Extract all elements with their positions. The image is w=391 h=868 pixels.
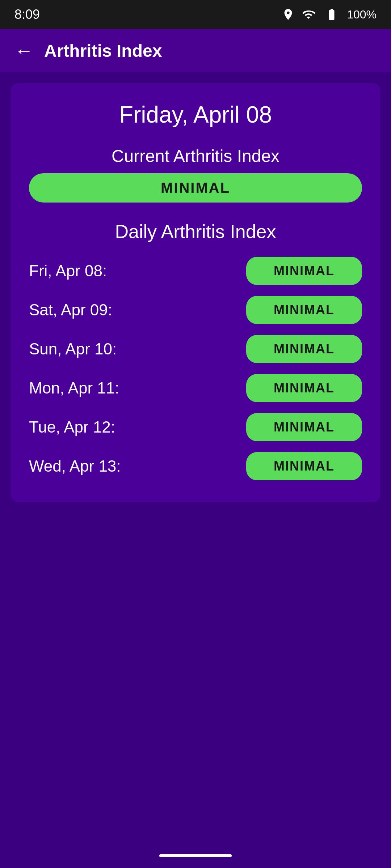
main-content: Friday, April 08 Current Arthritis Index… bbox=[0, 72, 391, 513]
daily-list: Fri, Apr 08: MINIMAL Sat, Apr 09: MINIMA… bbox=[29, 257, 362, 480]
daily-row: Sun, Apr 10: MINIMAL bbox=[29, 335, 362, 363]
daily-row: Mon, Apr 11: MINIMAL bbox=[29, 374, 362, 402]
daily-row: Wed, Apr 13: MINIMAL bbox=[29, 452, 362, 480]
battery-percentage: 100% bbox=[347, 8, 377, 21]
current-index-title: Current Arthritis Index bbox=[29, 146, 362, 166]
daily-row-value: MINIMAL bbox=[274, 302, 335, 317]
daily-row-label: Sat, Apr 09: bbox=[29, 301, 112, 319]
daily-row-badge: MINIMAL bbox=[246, 257, 362, 285]
current-index-badge: MINIMAL bbox=[29, 173, 362, 203]
daily-row: Sat, Apr 09: MINIMAL bbox=[29, 296, 362, 324]
home-indicator bbox=[159, 854, 232, 857]
status-bar: 8:09 100% bbox=[0, 0, 391, 29]
status-time: 8:09 bbox=[14, 7, 40, 22]
daily-row-value: MINIMAL bbox=[274, 420, 335, 434]
daily-row-badge: MINIMAL bbox=[246, 296, 362, 324]
daily-row-value: MINIMAL bbox=[274, 380, 335, 395]
daily-row-badge: MINIMAL bbox=[246, 374, 362, 402]
daily-row-badge: MINIMAL bbox=[246, 452, 362, 480]
app-bar: ← Arthritis Index bbox=[0, 29, 391, 72]
current-index-value: MINIMAL bbox=[161, 180, 230, 196]
daily-row: Tue, Apr 12: MINIMAL bbox=[29, 413, 362, 441]
status-icons: 100% bbox=[282, 8, 377, 21]
daily-row-label: Wed, Apr 13: bbox=[29, 457, 121, 475]
daily-row-value: MINIMAL bbox=[274, 263, 335, 278]
daily-row-value: MINIMAL bbox=[274, 459, 335, 473]
daily-row-badge: MINIMAL bbox=[246, 413, 362, 441]
daily-row-label: Mon, Apr 11: bbox=[29, 379, 119, 397]
index-card: Friday, April 08 Current Arthritis Index… bbox=[11, 83, 380, 502]
daily-row: Fri, Apr 08: MINIMAL bbox=[29, 257, 362, 285]
daily-title: Daily Arthritis Index bbox=[29, 221, 362, 242]
daily-row-badge: MINIMAL bbox=[246, 335, 362, 363]
daily-row-label: Tue, Apr 12: bbox=[29, 418, 115, 436]
daily-row-label: Sun, Apr 10: bbox=[29, 340, 117, 358]
daily-row-label: Fri, Apr 08: bbox=[29, 262, 107, 280]
back-button[interactable]: ← bbox=[14, 41, 33, 60]
location-icon bbox=[282, 8, 295, 21]
date-heading: Friday, April 08 bbox=[29, 101, 362, 128]
daily-row-value: MINIMAL bbox=[274, 341, 335, 356]
app-bar-title: Arthritis Index bbox=[44, 41, 162, 61]
battery-icon bbox=[322, 8, 341, 21]
wifi-icon bbox=[300, 8, 316, 21]
